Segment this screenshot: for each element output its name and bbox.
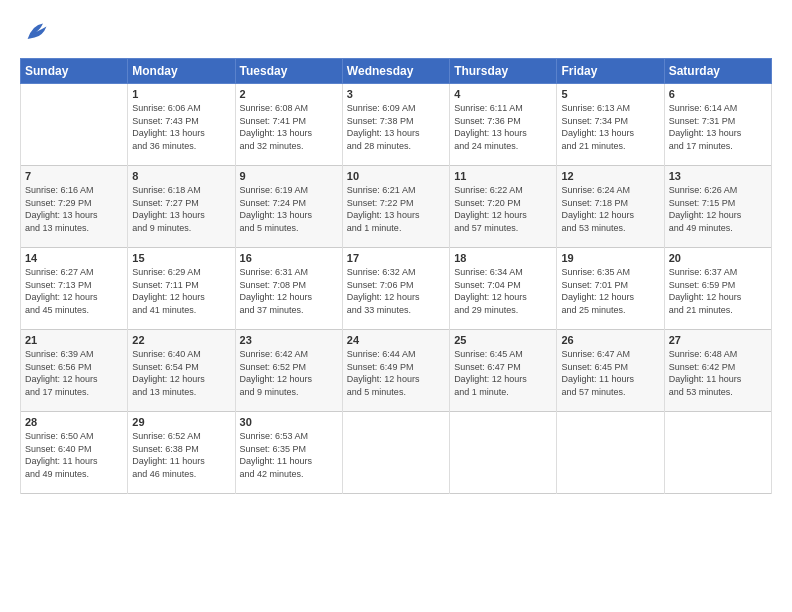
- day-info: Sunrise: 6:53 AM Sunset: 6:35 PM Dayligh…: [240, 430, 338, 480]
- day-info: Sunrise: 6:42 AM Sunset: 6:52 PM Dayligh…: [240, 348, 338, 398]
- day-info: Sunrise: 6:09 AM Sunset: 7:38 PM Dayligh…: [347, 102, 445, 152]
- calendar-cell: 1Sunrise: 6:06 AM Sunset: 7:43 PM Daylig…: [128, 84, 235, 166]
- calendar-week-2: 7Sunrise: 6:16 AM Sunset: 7:29 PM Daylig…: [21, 166, 772, 248]
- day-info: Sunrise: 6:50 AM Sunset: 6:40 PM Dayligh…: [25, 430, 123, 480]
- day-info: Sunrise: 6:29 AM Sunset: 7:11 PM Dayligh…: [132, 266, 230, 316]
- calendar-cell: 13Sunrise: 6:26 AM Sunset: 7:15 PM Dayli…: [664, 166, 771, 248]
- day-info: Sunrise: 6:13 AM Sunset: 7:34 PM Dayligh…: [561, 102, 659, 152]
- day-number: 12: [561, 170, 659, 182]
- weekday-header-monday: Monday: [128, 59, 235, 84]
- calendar-cell: 18Sunrise: 6:34 AM Sunset: 7:04 PM Dayli…: [450, 248, 557, 330]
- day-info: Sunrise: 6:39 AM Sunset: 6:56 PM Dayligh…: [25, 348, 123, 398]
- day-number: 22: [132, 334, 230, 346]
- day-info: Sunrise: 6:27 AM Sunset: 7:13 PM Dayligh…: [25, 266, 123, 316]
- day-info: Sunrise: 6:45 AM Sunset: 6:47 PM Dayligh…: [454, 348, 552, 398]
- calendar-cell: 2Sunrise: 6:08 AM Sunset: 7:41 PM Daylig…: [235, 84, 342, 166]
- calendar-week-4: 21Sunrise: 6:39 AM Sunset: 6:56 PM Dayli…: [21, 330, 772, 412]
- day-info: Sunrise: 6:14 AM Sunset: 7:31 PM Dayligh…: [669, 102, 767, 152]
- calendar-cell: 23Sunrise: 6:42 AM Sunset: 6:52 PM Dayli…: [235, 330, 342, 412]
- logo: [20, 18, 50, 50]
- day-info: Sunrise: 6:35 AM Sunset: 7:01 PM Dayligh…: [561, 266, 659, 316]
- weekday-header-sunday: Sunday: [21, 59, 128, 84]
- calendar-cell: [450, 412, 557, 494]
- calendar-cell: 15Sunrise: 6:29 AM Sunset: 7:11 PM Dayli…: [128, 248, 235, 330]
- day-info: Sunrise: 6:48 AM Sunset: 6:42 PM Dayligh…: [669, 348, 767, 398]
- weekday-header-tuesday: Tuesday: [235, 59, 342, 84]
- calendar-cell: [21, 84, 128, 166]
- day-number: 10: [347, 170, 445, 182]
- day-number: 17: [347, 252, 445, 264]
- day-number: 14: [25, 252, 123, 264]
- calendar-cell: 10Sunrise: 6:21 AM Sunset: 7:22 PM Dayli…: [342, 166, 449, 248]
- calendar-cell: [664, 412, 771, 494]
- calendar-week-3: 14Sunrise: 6:27 AM Sunset: 7:13 PM Dayli…: [21, 248, 772, 330]
- day-number: 4: [454, 88, 552, 100]
- day-info: Sunrise: 6:22 AM Sunset: 7:20 PM Dayligh…: [454, 184, 552, 234]
- calendar-cell: 17Sunrise: 6:32 AM Sunset: 7:06 PM Dayli…: [342, 248, 449, 330]
- calendar-cell: 29Sunrise: 6:52 AM Sunset: 6:38 PM Dayli…: [128, 412, 235, 494]
- day-info: Sunrise: 6:18 AM Sunset: 7:27 PM Dayligh…: [132, 184, 230, 234]
- day-info: Sunrise: 6:34 AM Sunset: 7:04 PM Dayligh…: [454, 266, 552, 316]
- day-number: 5: [561, 88, 659, 100]
- calendar-cell: 22Sunrise: 6:40 AM Sunset: 6:54 PM Dayli…: [128, 330, 235, 412]
- calendar-week-5: 28Sunrise: 6:50 AM Sunset: 6:40 PM Dayli…: [21, 412, 772, 494]
- calendar-table: SundayMondayTuesdayWednesdayThursdayFrid…: [20, 58, 772, 494]
- day-number: 2: [240, 88, 338, 100]
- calendar-cell: 16Sunrise: 6:31 AM Sunset: 7:08 PM Dayli…: [235, 248, 342, 330]
- day-number: 6: [669, 88, 767, 100]
- day-number: 27: [669, 334, 767, 346]
- calendar-cell: 21Sunrise: 6:39 AM Sunset: 6:56 PM Dayli…: [21, 330, 128, 412]
- calendar-cell: 27Sunrise: 6:48 AM Sunset: 6:42 PM Dayli…: [664, 330, 771, 412]
- day-number: 21: [25, 334, 123, 346]
- weekday-header-thursday: Thursday: [450, 59, 557, 84]
- day-number: 15: [132, 252, 230, 264]
- day-number: 30: [240, 416, 338, 428]
- calendar-cell: [342, 412, 449, 494]
- day-info: Sunrise: 6:37 AM Sunset: 6:59 PM Dayligh…: [669, 266, 767, 316]
- day-info: Sunrise: 6:47 AM Sunset: 6:45 PM Dayligh…: [561, 348, 659, 398]
- day-number: 3: [347, 88, 445, 100]
- calendar-cell: 5Sunrise: 6:13 AM Sunset: 7:34 PM Daylig…: [557, 84, 664, 166]
- day-number: 8: [132, 170, 230, 182]
- calendar-cell: [557, 412, 664, 494]
- weekday-header-wednesday: Wednesday: [342, 59, 449, 84]
- day-number: 23: [240, 334, 338, 346]
- calendar-cell: 20Sunrise: 6:37 AM Sunset: 6:59 PM Dayli…: [664, 248, 771, 330]
- day-info: Sunrise: 6:21 AM Sunset: 7:22 PM Dayligh…: [347, 184, 445, 234]
- day-number: 7: [25, 170, 123, 182]
- day-number: 26: [561, 334, 659, 346]
- page-container: SundayMondayTuesdayWednesdayThursdayFrid…: [0, 0, 792, 504]
- day-number: 16: [240, 252, 338, 264]
- day-info: Sunrise: 6:08 AM Sunset: 7:41 PM Dayligh…: [240, 102, 338, 152]
- day-number: 11: [454, 170, 552, 182]
- day-info: Sunrise: 6:06 AM Sunset: 7:43 PM Dayligh…: [132, 102, 230, 152]
- day-number: 19: [561, 252, 659, 264]
- day-info: Sunrise: 6:24 AM Sunset: 7:18 PM Dayligh…: [561, 184, 659, 234]
- day-info: Sunrise: 6:44 AM Sunset: 6:49 PM Dayligh…: [347, 348, 445, 398]
- day-number: 13: [669, 170, 767, 182]
- calendar-cell: 3Sunrise: 6:09 AM Sunset: 7:38 PM Daylig…: [342, 84, 449, 166]
- day-info: Sunrise: 6:19 AM Sunset: 7:24 PM Dayligh…: [240, 184, 338, 234]
- day-info: Sunrise: 6:32 AM Sunset: 7:06 PM Dayligh…: [347, 266, 445, 316]
- header: [20, 18, 772, 50]
- day-number: 9: [240, 170, 338, 182]
- day-number: 29: [132, 416, 230, 428]
- calendar-cell: 12Sunrise: 6:24 AM Sunset: 7:18 PM Dayli…: [557, 166, 664, 248]
- calendar-cell: 24Sunrise: 6:44 AM Sunset: 6:49 PM Dayli…: [342, 330, 449, 412]
- calendar-cell: 28Sunrise: 6:50 AM Sunset: 6:40 PM Dayli…: [21, 412, 128, 494]
- calendar-cell: 25Sunrise: 6:45 AM Sunset: 6:47 PM Dayli…: [450, 330, 557, 412]
- day-number: 1: [132, 88, 230, 100]
- day-info: Sunrise: 6:31 AM Sunset: 7:08 PM Dayligh…: [240, 266, 338, 316]
- calendar-cell: 9Sunrise: 6:19 AM Sunset: 7:24 PM Daylig…: [235, 166, 342, 248]
- day-info: Sunrise: 6:40 AM Sunset: 6:54 PM Dayligh…: [132, 348, 230, 398]
- day-info: Sunrise: 6:11 AM Sunset: 7:36 PM Dayligh…: [454, 102, 552, 152]
- day-number: 28: [25, 416, 123, 428]
- day-info: Sunrise: 6:16 AM Sunset: 7:29 PM Dayligh…: [25, 184, 123, 234]
- calendar-cell: 4Sunrise: 6:11 AM Sunset: 7:36 PM Daylig…: [450, 84, 557, 166]
- day-number: 20: [669, 252, 767, 264]
- calendar-cell: 6Sunrise: 6:14 AM Sunset: 7:31 PM Daylig…: [664, 84, 771, 166]
- weekday-header-saturday: Saturday: [664, 59, 771, 84]
- calendar-header: SundayMondayTuesdayWednesdayThursdayFrid…: [21, 59, 772, 84]
- day-info: Sunrise: 6:52 AM Sunset: 6:38 PM Dayligh…: [132, 430, 230, 480]
- calendar-body: 1Sunrise: 6:06 AM Sunset: 7:43 PM Daylig…: [21, 84, 772, 494]
